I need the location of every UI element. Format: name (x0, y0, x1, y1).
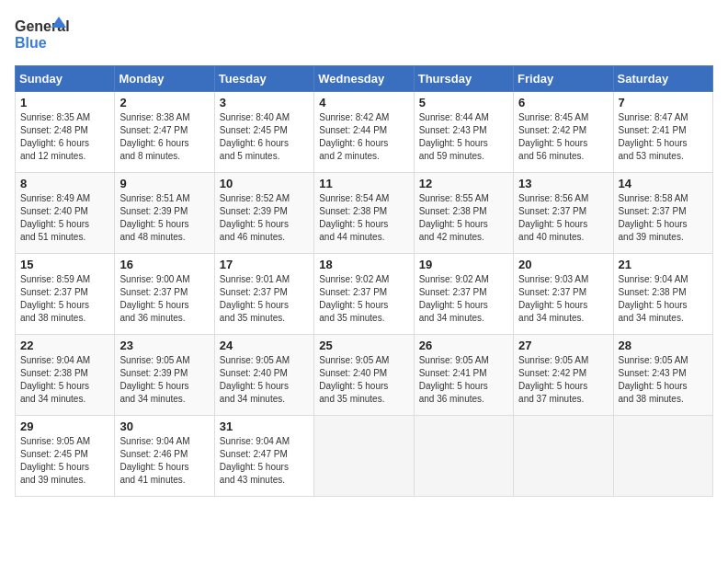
day-number: 15 (20, 258, 109, 271)
day-cell-6: 6Sunrise: 8:45 AM Sunset: 2:42 PM Daylig… (514, 92, 613, 173)
day-info: Sunrise: 9:01 AM Sunset: 2:37 PM Dayligh… (220, 273, 309, 325)
day-info: Sunrise: 8:47 AM Sunset: 2:41 PM Dayligh… (619, 111, 708, 163)
day-cell-19: 19Sunrise: 9:02 AM Sunset: 2:37 PM Dayli… (414, 254, 513, 335)
day-number: 5 (419, 96, 508, 109)
column-header-thursday: Thursday (414, 66, 513, 92)
day-cell-5: 5Sunrise: 8:44 AM Sunset: 2:43 PM Daylig… (414, 92, 513, 173)
day-info: Sunrise: 8:59 AM Sunset: 2:37 PM Dayligh… (20, 273, 109, 325)
day-info: Sunrise: 9:04 AM Sunset: 2:47 PM Dayligh… (220, 435, 309, 487)
day-number: 27 (518, 339, 608, 352)
column-header-saturday: Saturday (613, 66, 712, 92)
day-cell-23: 23Sunrise: 9:05 AM Sunset: 2:39 PM Dayli… (115, 335, 214, 416)
day-cell-2: 2Sunrise: 8:38 AM Sunset: 2:47 PM Daylig… (115, 92, 214, 173)
day-cell-9: 9Sunrise: 8:51 AM Sunset: 2:39 PM Daylig… (115, 173, 214, 254)
day-info: Sunrise: 8:45 AM Sunset: 2:42 PM Dayligh… (518, 111, 608, 163)
empty-cell (314, 416, 414, 497)
day-number: 13 (518, 177, 608, 190)
day-number: 17 (220, 258, 309, 271)
day-number: 3 (220, 96, 309, 109)
day-cell-30: 30Sunrise: 9:04 AM Sunset: 2:46 PM Dayli… (115, 416, 214, 497)
day-cell-31: 31Sunrise: 9:04 AM Sunset: 2:47 PM Dayli… (214, 416, 313, 497)
day-info: Sunrise: 8:49 AM Sunset: 2:40 PM Dayligh… (20, 192, 109, 244)
day-number: 10 (220, 177, 309, 190)
day-number: 22 (20, 339, 109, 352)
day-info: Sunrise: 9:04 AM Sunset: 2:38 PM Dayligh… (20, 354, 109, 406)
empty-cell (613, 416, 712, 497)
day-info: Sunrise: 8:55 AM Sunset: 2:38 PM Dayligh… (419, 192, 508, 244)
week-row-5: 29Sunrise: 9:05 AM Sunset: 2:45 PM Dayli… (16, 416, 713, 497)
day-cell-28: 28Sunrise: 9:05 AM Sunset: 2:43 PM Dayli… (613, 335, 712, 416)
day-info: Sunrise: 9:04 AM Sunset: 2:46 PM Dayligh… (119, 435, 209, 487)
day-number: 1 (20, 96, 109, 109)
day-cell-11: 11Sunrise: 8:54 AM Sunset: 2:38 PM Dayli… (314, 173, 414, 254)
day-cell-26: 26Sunrise: 9:05 AM Sunset: 2:41 PM Dayli… (414, 335, 513, 416)
week-row-1: 1Sunrise: 8:35 AM Sunset: 2:48 PM Daylig… (16, 92, 713, 173)
day-cell-14: 14Sunrise: 8:58 AM Sunset: 2:37 PM Dayli… (613, 173, 712, 254)
day-number: 19 (419, 258, 508, 271)
day-cell-7: 7Sunrise: 8:47 AM Sunset: 2:41 PM Daylig… (613, 92, 712, 173)
day-info: Sunrise: 8:44 AM Sunset: 2:43 PM Dayligh… (419, 111, 508, 163)
day-number: 8 (20, 177, 109, 190)
day-number: 31 (220, 419, 309, 433)
day-number: 28 (619, 339, 708, 352)
day-info: Sunrise: 9:05 AM Sunset: 2:40 PM Dayligh… (319, 354, 408, 406)
day-info: Sunrise: 8:56 AM Sunset: 2:37 PM Dayligh… (518, 192, 608, 244)
week-row-3: 15Sunrise: 8:59 AM Sunset: 2:37 PM Dayli… (16, 254, 713, 335)
day-info: Sunrise: 9:02 AM Sunset: 2:37 PM Dayligh… (419, 273, 508, 325)
week-row-2: 8Sunrise: 8:49 AM Sunset: 2:40 PM Daylig… (16, 173, 713, 254)
day-cell-10: 10Sunrise: 8:52 AM Sunset: 2:39 PM Dayli… (214, 173, 313, 254)
column-header-monday: Monday (115, 66, 214, 92)
day-number: 14 (619, 177, 708, 190)
day-info: Sunrise: 9:05 AM Sunset: 2:45 PM Dayligh… (20, 435, 109, 487)
day-number: 29 (20, 419, 109, 433)
day-number: 21 (619, 258, 708, 271)
page-header: GeneralBlue (15, 15, 713, 56)
day-info: Sunrise: 9:00 AM Sunset: 2:37 PM Dayligh… (119, 273, 209, 325)
column-header-friday: Friday (514, 66, 613, 92)
day-cell-1: 1Sunrise: 8:35 AM Sunset: 2:48 PM Daylig… (16, 92, 115, 173)
day-cell-29: 29Sunrise: 9:05 AM Sunset: 2:45 PM Dayli… (16, 416, 115, 497)
logo-svg: GeneralBlue (15, 15, 70, 56)
day-cell-22: 22Sunrise: 9:04 AM Sunset: 2:38 PM Dayli… (16, 335, 115, 416)
day-cell-17: 17Sunrise: 9:01 AM Sunset: 2:37 PM Dayli… (214, 254, 313, 335)
column-header-tuesday: Tuesday (214, 66, 313, 92)
day-cell-25: 25Sunrise: 9:05 AM Sunset: 2:40 PM Dayli… (314, 335, 414, 416)
day-cell-20: 20Sunrise: 9:03 AM Sunset: 2:37 PM Dayli… (514, 254, 613, 335)
day-info: Sunrise: 8:42 AM Sunset: 2:44 PM Dayligh… (319, 111, 408, 163)
calendar-table: SundayMondayTuesdayWednesdayThursdayFrid… (15, 65, 713, 497)
empty-cell (514, 416, 613, 497)
day-cell-4: 4Sunrise: 8:42 AM Sunset: 2:44 PM Daylig… (314, 92, 414, 173)
day-cell-3: 3Sunrise: 8:40 AM Sunset: 2:45 PM Daylig… (214, 92, 313, 173)
day-number: 6 (518, 96, 608, 109)
day-info: Sunrise: 8:51 AM Sunset: 2:39 PM Dayligh… (119, 192, 209, 244)
day-number: 7 (619, 96, 708, 109)
day-number: 12 (419, 177, 508, 190)
column-header-sunday: Sunday (16, 66, 115, 92)
day-info: Sunrise: 8:38 AM Sunset: 2:47 PM Dayligh… (119, 111, 209, 163)
day-cell-15: 15Sunrise: 8:59 AM Sunset: 2:37 PM Dayli… (16, 254, 115, 335)
day-number: 4 (319, 96, 408, 109)
day-info: Sunrise: 9:05 AM Sunset: 2:42 PM Dayligh… (518, 354, 608, 406)
day-info: Sunrise: 9:05 AM Sunset: 2:39 PM Dayligh… (119, 354, 209, 406)
day-number: 25 (319, 339, 408, 352)
column-header-wednesday: Wednesday (314, 66, 414, 92)
day-cell-12: 12Sunrise: 8:55 AM Sunset: 2:38 PM Dayli… (414, 173, 513, 254)
empty-cell (414, 416, 513, 497)
svg-text:Blue: Blue (15, 35, 47, 51)
day-number: 24 (220, 339, 309, 352)
week-row-4: 22Sunrise: 9:04 AM Sunset: 2:38 PM Dayli… (16, 335, 713, 416)
day-info: Sunrise: 9:05 AM Sunset: 2:41 PM Dayligh… (419, 354, 508, 406)
day-info: Sunrise: 8:52 AM Sunset: 2:39 PM Dayligh… (220, 192, 309, 244)
day-number: 11 (319, 177, 408, 190)
day-number: 23 (119, 339, 209, 352)
day-number: 26 (419, 339, 508, 352)
day-number: 16 (119, 258, 209, 271)
day-cell-13: 13Sunrise: 8:56 AM Sunset: 2:37 PM Dayli… (514, 173, 613, 254)
day-info: Sunrise: 8:35 AM Sunset: 2:48 PM Dayligh… (20, 111, 109, 163)
day-number: 18 (319, 258, 408, 271)
calendar-header-row: SundayMondayTuesdayWednesdayThursdayFrid… (16, 66, 713, 92)
day-info: Sunrise: 9:05 AM Sunset: 2:40 PM Dayligh… (220, 354, 309, 406)
day-info: Sunrise: 8:58 AM Sunset: 2:37 PM Dayligh… (619, 192, 708, 244)
day-info: Sunrise: 8:54 AM Sunset: 2:38 PM Dayligh… (319, 192, 408, 244)
day-number: 2 (119, 96, 209, 109)
